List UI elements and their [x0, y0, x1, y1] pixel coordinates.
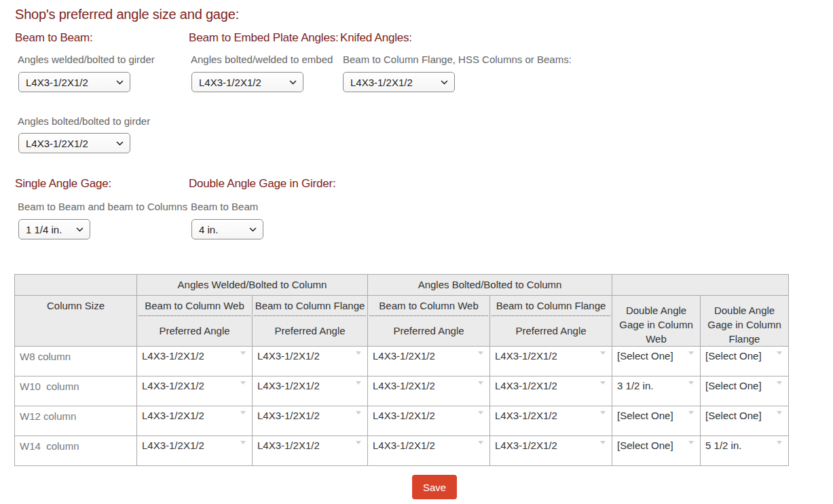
dropdown-triangle-icon: [356, 441, 361, 444]
dropdown-triangle-icon: [240, 411, 246, 414]
dropdown-triangle-icon: [777, 411, 782, 414]
dropdown-triangle-icon: [478, 411, 483, 414]
double-angle-gage-web-select[interactable]: [Select One]: [614, 438, 699, 454]
double-angle-gage-flange-select[interactable]: [Select One]: [702, 408, 787, 424]
table-row-w10: W10 column L4X3-1/2X1/2 L4X3-1/2X1/2 L4X…: [15, 376, 789, 406]
group-header-empty-cell: [612, 275, 789, 296]
select-value: L4X3-1/2X1/2: [257, 410, 320, 421]
sub-header-subtitle: Preferred Angle: [490, 325, 612, 336]
preferred-angle-select[interactable]: L4X3-1/2X1/2: [369, 378, 488, 394]
select-value: L4X3-1/2X1/2: [495, 410, 557, 421]
dropdown-triangle-icon: [240, 351, 246, 355]
sub-header-title: Beam to Column Flange: [492, 300, 610, 316]
select-value: L4X3-1/2X1/2: [373, 410, 435, 421]
dropdown-triangle-icon: [777, 351, 782, 355]
gage-header-text: Double Angle Gage in Column Web: [612, 300, 700, 346]
dropdown-triangle-icon: [356, 381, 361, 385]
select-value: L4X3-1/2X1/2: [142, 380, 204, 391]
column-size-cell: W14 column: [15, 436, 137, 466]
preferred-angle-select[interactable]: L4X3-1/2X1/2: [254, 378, 366, 394]
bolted-welded-embed-select[interactable]: L4X3-1/2X1/2: [191, 72, 303, 92]
double-angle-gage-flange-select[interactable]: [Select One]: [702, 348, 787, 364]
dropdown-triangle-icon: [478, 381, 483, 385]
column-size-cell: W12 column: [15, 406, 137, 436]
preferred-angle-select[interactable]: L4X3-1/2X1/2: [369, 438, 488, 454]
page: Shop's preferred angle size and gage: Be…: [0, 0, 833, 504]
preferred-angle-select[interactable]: L4X3-1/2X1/2: [369, 348, 488, 364]
chevron-down-icon: [116, 80, 124, 85]
knifed-angles-heading: Knifed Angles:: [340, 31, 412, 45]
dropdown-triangle-icon: [688, 441, 694, 444]
double-angle-gage-web-select[interactable]: [Select One]: [614, 408, 699, 424]
preferred-angle-select[interactable]: L4X3-1/2X1/2: [492, 378, 610, 394]
welded-bolted-girder-label: Angles welded/bolted to girder: [18, 54, 155, 65]
bolted-bolted-girder-select[interactable]: L4X3-1/2X1/2: [18, 133, 130, 153]
sub-header-title: Beam to Column Web: [138, 300, 251, 316]
welded-bolted-girder-select[interactable]: L4X3-1/2X1/2: [18, 72, 130, 92]
select-value: L4X3-1/2X1/2: [142, 410, 204, 421]
double-angle-gage-web-select[interactable]: [Select One]: [614, 348, 699, 364]
dropdown-triangle-icon: [688, 411, 694, 414]
select-value: 1 1/4 in.: [26, 224, 62, 235]
sub-header-bolted-web: Beam to Column Web Preferred Angle: [368, 296, 490, 347]
gage-web-header: Double Angle Gage in Column Web: [612, 296, 701, 347]
select-value: L4X3-1/2X1/2: [26, 77, 88, 88]
double-angle-gage-flange-select[interactable]: 5 1/2 in.: [702, 438, 787, 454]
single-angle-gage-select[interactable]: 1 1/4 in.: [18, 219, 90, 239]
preferred-angle-select[interactable]: L4X3-1/2X1/2: [254, 438, 366, 454]
select-value: L4X3-1/2X1/2: [495, 350, 557, 362]
corner-empty-cell: [15, 275, 137, 296]
sub-header-subtitle: Preferred Angle: [253, 325, 367, 336]
preferred-angle-select[interactable]: L4X3-1/2X1/2: [138, 408, 251, 424]
group-header-welded-bolted: Angles Welded/Bolted to Column: [137, 275, 368, 296]
select-value: L4X3-1/2X1/2: [495, 380, 557, 391]
dropdown-triangle-icon: [356, 411, 361, 414]
single-angle-gage-label: Beam to Beam and beam to Columns: [18, 201, 187, 212]
select-value: [Select One]: [705, 410, 762, 421]
select-value: [Select One]: [617, 440, 673, 451]
double-angle-gage-flange-select[interactable]: [Select One]: [702, 378, 787, 394]
knifed-angles-select[interactable]: L4X3-1/2X1/2: [343, 72, 455, 92]
select-value: L4X3-1/2X1/2: [26, 138, 88, 149]
table-row-w12: W12 column L4X3-1/2X1/2 L4X3-1/2X1/2 L4X…: [15, 406, 789, 436]
select-value: L4X3-1/2X1/2: [350, 77, 413, 88]
dropdown-triangle-icon: [600, 411, 606, 414]
select-value: 5 1/2 in.: [705, 440, 741, 451]
preferred-angle-select[interactable]: L4X3-1/2X1/2: [492, 438, 610, 454]
beam-to-beam-heading: Beam to Beam:: [15, 31, 93, 45]
preferred-angle-select[interactable]: L4X3-1/2X1/2: [492, 348, 610, 364]
select-value: L4X3-1/2X1/2: [199, 77, 261, 88]
preferred-angle-select[interactable]: L4X3-1/2X1/2: [369, 408, 488, 424]
double-angle-gage-girder-label: Beam to Beam: [191, 201, 258, 212]
select-value: [Select One]: [705, 350, 762, 362]
dropdown-triangle-icon: [600, 441, 606, 444]
preferred-angle-select[interactable]: L4X3-1/2X1/2: [138, 378, 251, 394]
column-size-header: Column Size: [15, 296, 137, 347]
bolted-welded-embed-label: Angles bolted/welded to embed: [191, 54, 333, 65]
column-size-cell: W10 column: [15, 376, 137, 406]
save-button[interactable]: Save: [412, 475, 457, 499]
sub-header-bolted-flange: Beam to Column Flange Preferred Angle: [490, 296, 612, 347]
dropdown-triangle-icon: [240, 441, 246, 444]
table-row-w14: W14 column L4X3-1/2X1/2 L4X3-1/2X1/2 L4X…: [15, 436, 789, 466]
preferred-angle-select[interactable]: L4X3-1/2X1/2: [138, 438, 251, 454]
double-angle-gage-girder-select[interactable]: 4 in.: [191, 219, 263, 239]
dropdown-triangle-icon: [777, 381, 782, 385]
dropdown-triangle-icon: [688, 381, 694, 385]
knifed-angles-label: Beam to Column Flange, HSS Columns or Be…: [343, 54, 572, 65]
sub-header-title: Beam to Column Web: [369, 300, 488, 316]
dropdown-triangle-icon: [240, 381, 246, 385]
sub-header-title: Beam to Column Flange: [254, 300, 366, 316]
preferred-angle-select[interactable]: L4X3-1/2X1/2: [254, 408, 366, 424]
select-value: L4X3-1/2X1/2: [373, 380, 435, 391]
gage-header-text: Double Angle Gage in Column Flange: [701, 300, 788, 346]
select-value: L4X3-1/2X1/2: [495, 440, 557, 451]
preferred-angle-select[interactable]: L4X3-1/2X1/2: [254, 348, 366, 364]
double-angle-gage-web-select[interactable]: 3 1/2 in.: [614, 378, 699, 394]
select-value: L4X3-1/2X1/2: [257, 380, 320, 391]
dropdown-triangle-icon: [688, 351, 694, 355]
select-value: L4X3-1/2X1/2: [142, 440, 204, 451]
select-value: L4X3-1/2X1/2: [373, 440, 435, 451]
preferred-angle-select[interactable]: L4X3-1/2X1/2: [138, 348, 251, 364]
preferred-angle-select[interactable]: L4X3-1/2X1/2: [492, 408, 610, 424]
